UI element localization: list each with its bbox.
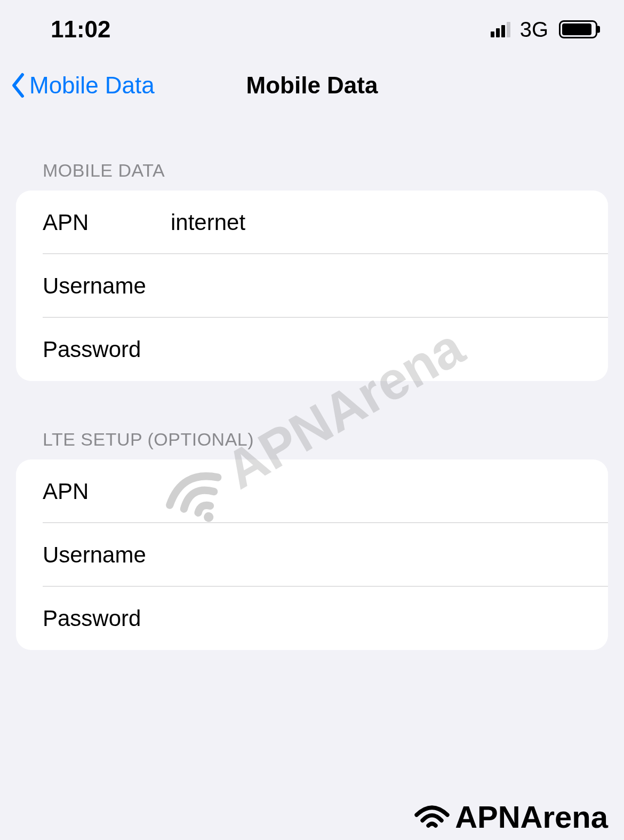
footer-text: APNArena: [455, 799, 608, 835]
status-bar: 11:02 3G: [0, 0, 624, 53]
row-lte-username[interactable]: Username: [16, 523, 608, 587]
page-title: Mobile Data: [246, 72, 378, 99]
input-username[interactable]: [171, 273, 581, 299]
section-header-lte-setup: LTE Setup (Optional): [16, 381, 608, 459]
battery-icon: [559, 20, 597, 38]
wifi-icon: [413, 802, 451, 831]
network-type: 3G: [520, 18, 548, 42]
back-label: Mobile Data: [29, 72, 155, 99]
input-password[interactable]: [171, 337, 581, 362]
label-lte-apn: APN: [43, 479, 171, 504]
label-password: Password: [43, 337, 171, 362]
status-time: 11:02: [51, 16, 111, 43]
navigation-bar: Mobile Data Mobile Data: [0, 53, 624, 112]
section-mobile-data: APN Username Password: [16, 191, 608, 381]
content: Mobile Data APN Username Password LTE Se…: [0, 112, 624, 650]
row-lte-apn[interactable]: APN: [16, 459, 608, 523]
label-username: Username: [43, 273, 171, 299]
section-lte-setup: APN Username Password: [16, 459, 608, 650]
input-lte-password[interactable]: [171, 606, 581, 631]
label-lte-password: Password: [43, 606, 171, 631]
label-apn: APN: [43, 210, 171, 235]
row-lte-password[interactable]: Password: [16, 587, 608, 650]
status-indicators: 3G: [491, 18, 597, 42]
input-lte-apn[interactable]: [171, 479, 581, 504]
signal-icon: [491, 21, 510, 37]
footer-logo: APNArena: [413, 799, 608, 835]
chevron-left-icon: [11, 72, 27, 99]
input-apn[interactable]: [171, 210, 581, 235]
row-username[interactable]: Username: [16, 254, 608, 318]
input-lte-username[interactable]: [171, 542, 581, 568]
row-password[interactable]: Password: [16, 318, 608, 381]
back-button[interactable]: Mobile Data: [11, 72, 155, 99]
row-apn[interactable]: APN: [16, 191, 608, 254]
section-header-mobile-data: Mobile Data: [16, 112, 608, 191]
label-lte-username: Username: [43, 542, 171, 568]
